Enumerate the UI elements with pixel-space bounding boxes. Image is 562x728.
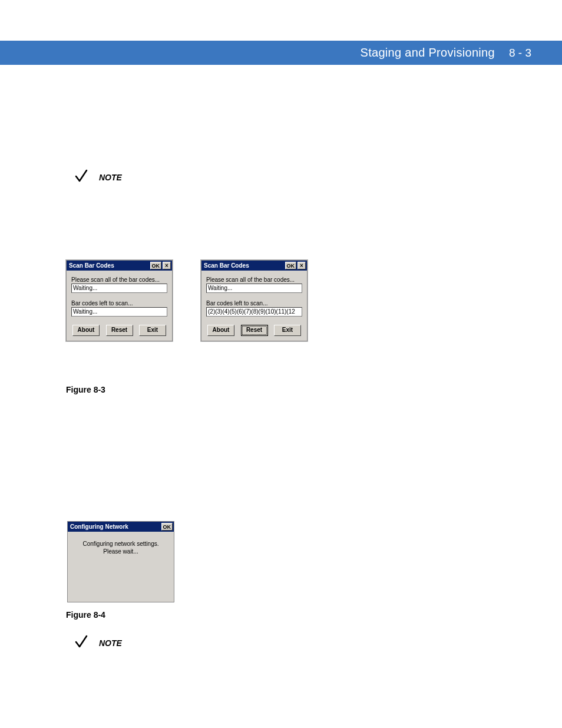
figure-caption-8-3: Figure 8-3 <box>66 385 105 394</box>
ok-button[interactable]: OK <box>285 262 297 269</box>
config-body: Configuring network settings. Please wai… <box>68 532 174 602</box>
note-label: NOTE <box>99 173 122 182</box>
scan-bar-codes-dialog-a: Scan Bar Codes OK × Please scan all of t… <box>66 260 173 341</box>
dialog-titlebar: Scan Bar Codes OK × <box>67 261 172 271</box>
scan-status-field[interactable]: Waiting... <box>71 284 167 293</box>
checkmark-icon <box>74 168 88 185</box>
configuring-network-dialog: Configuring Network OK Configuring netwo… <box>67 521 174 602</box>
checkmark-icon <box>74 634 88 650</box>
exit-button[interactable]: Exit <box>139 325 166 336</box>
dialog-titlebar: Configuring Network OK <box>68 522 174 532</box>
close-button[interactable]: × <box>163 262 171 269</box>
reset-button[interactable]: Reset <box>241 325 268 336</box>
reset-button[interactable]: Reset <box>106 325 133 336</box>
scan-status-field[interactable]: Waiting... <box>206 284 302 293</box>
exit-button[interactable]: Exit <box>274 325 301 336</box>
about-button[interactable]: About <box>207 325 234 336</box>
remaining-label: Bar codes left to scan... <box>206 300 302 307</box>
header-page-number: 8 - 3 <box>509 47 531 60</box>
remaining-field[interactable]: Waiting... <box>71 307 167 317</box>
scan-bar-codes-dialog-b: Scan Bar Codes OK × Please scan all of t… <box>201 260 308 341</box>
note-block-2: NOTE <box>74 634 122 650</box>
page-header-band: Staging and Provisioning 8 - 3 <box>0 41 562 65</box>
dialog-title-text: Configuring Network <box>70 523 128 530</box>
remaining-label: Bar codes left to scan... <box>71 300 167 307</box>
ok-button[interactable]: OK <box>161 523 173 531</box>
close-button[interactable]: × <box>297 262 306 269</box>
note-label: NOTE <box>99 638 122 648</box>
about-button[interactable]: About <box>72 325 100 336</box>
ok-button[interactable]: OK <box>150 262 162 269</box>
note-block-1: NOTE <box>74 168 122 185</box>
dialog-title-text: Scan Bar Codes <box>204 262 249 269</box>
config-message: Configuring network settings. Please wai… <box>68 540 174 555</box>
dialog-title-text: Scan Bar Codes <box>69 262 114 269</box>
prompt-label: Please scan all of the bar codes... <box>206 276 302 283</box>
header-title: Staging and Provisioning <box>361 46 495 60</box>
prompt-label: Please scan all of the bar codes... <box>71 276 167 283</box>
dialog-titlebar: Scan Bar Codes OK × <box>201 261 307 271</box>
figure-caption-8-4: Figure 8-4 <box>66 610 105 620</box>
remaining-field[interactable]: (2)(3)(4)(5)(6)(7)(8)(9)(10)(11)(12 <box>206 307 302 317</box>
